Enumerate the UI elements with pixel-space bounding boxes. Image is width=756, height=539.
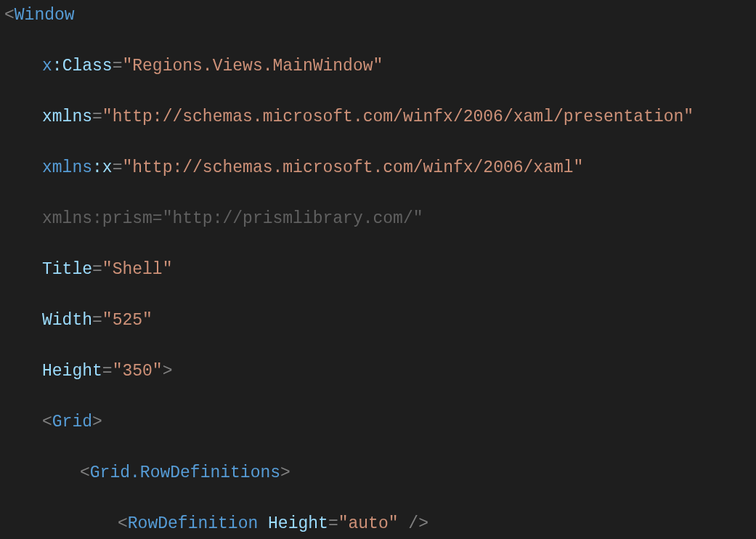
code-line-dim: xmlns:prism="http://prismlibrary.com/": [4, 206, 756, 232]
code-line: Height="350">: [4, 359, 756, 384]
code-line: <Grid.RowDefinitions>: [4, 461, 756, 486]
code-line: <Grid>: [4, 410, 756, 435]
code-line: <Window: [4, 3, 756, 28]
code-line: x:Class="Regions.Views.MainWindow": [4, 54, 756, 79]
code-line: <RowDefinition Height="auto" />: [4, 511, 756, 537]
code-line: Title="Shell": [4, 257, 756, 283]
code-line: xmlns="http://schemas.microsoft.com/winf…: [4, 105, 756, 130]
code-line: Width="525": [4, 308, 756, 333]
code-line: xmlns:x="http://schemas.microsoft.com/wi…: [4, 155, 756, 181]
code-editor[interactable]: <Window x:Class="Regions.Views.MainWindo…: [0, 0, 756, 539]
